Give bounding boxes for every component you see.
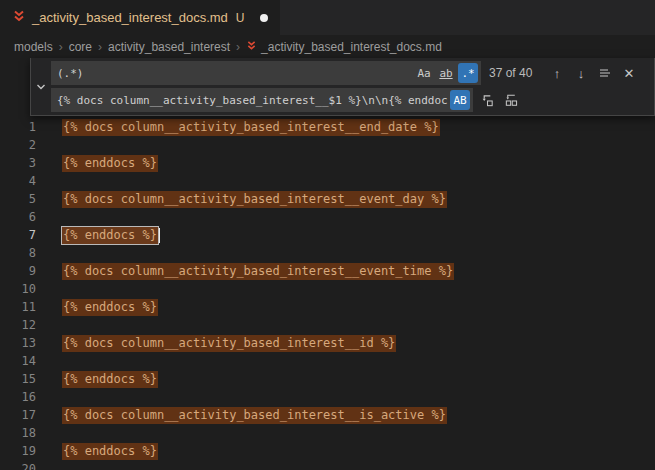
breadcrumb-item-models[interactable]: models	[14, 40, 53, 54]
line-number[interactable]: 6	[0, 210, 36, 224]
next-match-button[interactable]: ↓	[571, 63, 591, 83]
code-line[interactable]: 13{% docs column__activity_based_interes…	[0, 334, 655, 352]
find-match-highlight: {% docs column__activity_based_interest_…	[62, 407, 447, 424]
find-match-highlight: {% enddocs %}	[62, 443, 158, 460]
tab-filename: _activity_based_interest_docs.md	[32, 10, 228, 25]
line-number[interactable]: 11	[0, 300, 36, 314]
code-line[interactable]: 19{% enddocs %}	[0, 442, 655, 460]
line-number[interactable]: 9	[0, 264, 36, 278]
find-in-selection-button[interactable]	[595, 63, 615, 83]
line-number[interactable]: 4	[0, 174, 36, 188]
breadcrumb-filename: _activity_based_interest_docs.md	[261, 40, 442, 54]
code-line[interactable]: 20	[0, 460, 655, 470]
line-number[interactable]: 20	[0, 462, 36, 470]
line-number[interactable]: 13	[0, 336, 36, 350]
line-number[interactable]: 1	[0, 120, 36, 134]
line-text: {% enddocs %}	[62, 371, 158, 388]
line-number[interactable]: 15	[0, 372, 36, 386]
code-line[interactable]: 14	[0, 352, 655, 370]
line-number[interactable]: 19	[0, 444, 36, 458]
chevron-right-icon: ›	[98, 40, 102, 54]
find-match-highlight: {% docs column__activity_based_interest_…	[62, 119, 440, 136]
find-replace-widget: (.*) Aa ab .* 37 of 40 ↑ ↓ ✕	[30, 58, 655, 116]
code-line[interactable]: 6	[0, 208, 655, 226]
editor-tab[interactable]: _activity_based_interest_docs.md U	[0, 0, 280, 35]
code-line[interactable]: 5{% docs column__activity_based_interest…	[0, 190, 655, 208]
line-number[interactable]: 14	[0, 354, 36, 368]
code-line[interactable]: 18	[0, 424, 655, 442]
replace-input-value: {% docs column__activity_based_interest_…	[57, 94, 448, 107]
line-text: {% docs column__activity_based_interest_…	[62, 119, 440, 136]
find-match-highlight: {% enddocs %}	[62, 371, 158, 388]
markdown-file-icon	[12, 9, 26, 27]
breadcrumb-item-core[interactable]: core	[69, 40, 92, 54]
code-line[interactable]: 3{% enddocs %}	[0, 154, 655, 172]
find-input[interactable]: (.*) Aa ab .*	[51, 61, 481, 85]
line-text: {% docs column__activity_based_interest_…	[62, 263, 454, 280]
find-match-highlight: {% enddocs %}	[62, 155, 158, 172]
line-number[interactable]: 3	[0, 156, 36, 170]
line-number[interactable]: 5	[0, 192, 36, 206]
find-match-highlight: {% docs column__activity_based_interest_…	[62, 263, 454, 280]
find-match-highlight: {% docs column__activity_based_interest_…	[62, 191, 447, 208]
markdown-file-icon	[246, 40, 257, 54]
code-line[interactable]: 10	[0, 280, 655, 298]
tab-bar: _activity_based_interest_docs.md U	[0, 0, 655, 35]
breadcrumb-item-file[interactable]: _activity_based_interest_docs.md	[246, 40, 442, 54]
editor-pane[interactable]: (.*) Aa ab .* 37 of 40 ↑ ↓ ✕	[0, 58, 655, 470]
code-line[interactable]: 8	[0, 244, 655, 262]
match-count: 37 of 40	[485, 66, 543, 80]
line-number[interactable]: 12	[0, 318, 36, 332]
close-icon: ✕	[624, 66, 635, 81]
toggle-replace-button[interactable]	[31, 61, 51, 112]
arrow-up-icon: ↑	[554, 66, 561, 81]
code-line[interactable]: 15{% enddocs %}	[0, 370, 655, 388]
code-line[interactable]: 9{% docs column__activity_based_interest…	[0, 262, 655, 280]
line-text: {% enddocs %}	[62, 299, 158, 316]
line-number[interactable]: 10	[0, 282, 36, 296]
previous-match-button[interactable]: ↑	[547, 63, 567, 83]
chevron-right-icon: ›	[236, 40, 240, 54]
close-find-widget-button[interactable]: ✕	[619, 63, 639, 83]
code-line[interactable]: 4	[0, 172, 655, 190]
breadcrumb: models › core › activity_based_interest …	[0, 35, 655, 58]
line-text: {% docs column__activity_based_interest_…	[62, 191, 447, 208]
chevron-down-icon	[35, 81, 47, 93]
line-number[interactable]: 8	[0, 246, 36, 260]
find-match-highlight: {% enddocs %}	[62, 299, 158, 316]
line-text: {% enddocs %}	[62, 227, 160, 244]
arrow-down-icon: ↓	[578, 66, 585, 81]
line-text: {% enddocs %}	[62, 443, 158, 460]
line-number[interactable]: 17	[0, 408, 36, 422]
code-line[interactable]: 17{% docs column__activity_based_interes…	[0, 406, 655, 424]
find-input-value: (.*)	[57, 67, 412, 80]
find-match-highlight: {% enddocs %}	[62, 227, 158, 244]
code-line[interactable]: 11{% enddocs %}	[0, 298, 655, 316]
replace-input[interactable]: {% docs column__activity_based_interest_…	[51, 88, 473, 112]
line-number[interactable]: 16	[0, 390, 36, 404]
regex-button[interactable]: .*	[458, 63, 478, 83]
line-number[interactable]: 18	[0, 426, 36, 440]
replace-icon	[480, 93, 495, 108]
selection-lines-icon	[598, 66, 612, 80]
code-line[interactable]: 12	[0, 316, 655, 334]
unsaved-changes-dot-icon[interactable]	[260, 14, 268, 22]
code-line[interactable]: 7{% enddocs %}	[0, 226, 655, 244]
replace-all-icon	[504, 93, 519, 108]
find-match-highlight: {% docs column__activity_based_interest_…	[62, 335, 396, 352]
code-line[interactable]: 16	[0, 388, 655, 406]
replace-button[interactable]	[477, 90, 497, 110]
code-line[interactable]: 1{% docs column__activity_based_interest…	[0, 118, 655, 136]
breadcrumb-item-activity-based-interest[interactable]: activity_based_interest	[108, 40, 230, 54]
git-status-badge: U	[236, 11, 245, 25]
line-number[interactable]: 2	[0, 138, 36, 152]
line-number[interactable]: 7	[0, 228, 36, 242]
line-text: {% docs column__activity_based_interest_…	[62, 335, 396, 352]
code-line[interactable]: 2	[0, 136, 655, 154]
text-cursor	[159, 228, 160, 243]
line-text: {% docs column__activity_based_interest_…	[62, 407, 447, 424]
whole-word-button[interactable]: ab	[436, 63, 456, 83]
preserve-case-button[interactable]: AB	[450, 90, 470, 110]
replace-all-button[interactable]	[501, 90, 521, 110]
match-case-button[interactable]: Aa	[414, 63, 434, 83]
